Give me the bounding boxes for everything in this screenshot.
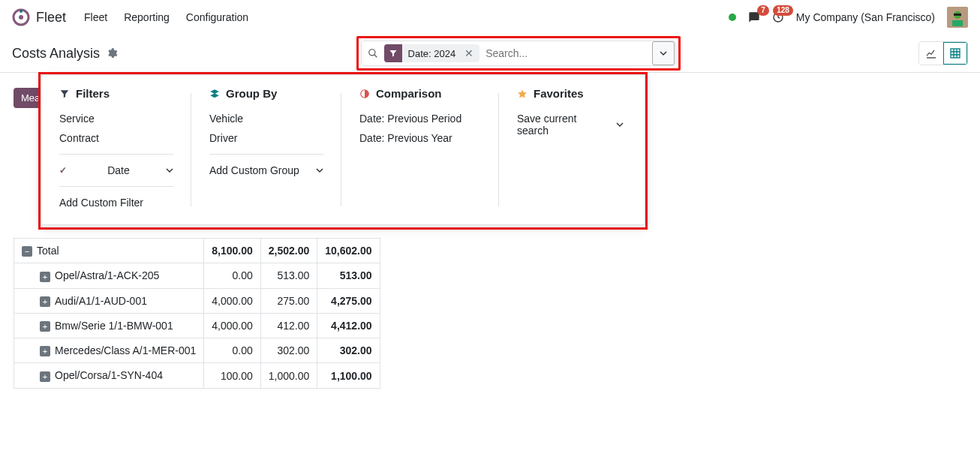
nav-fleet[interactable]: Fleet — [84, 11, 107, 23]
row-label: Opel/Corsa/1-SYN-404 — [55, 369, 163, 381]
comparison-heading: Comparison — [359, 87, 481, 100]
table-row[interactable]: +Opel/Astra/1-ACK-2050.00513.00513.00 — [14, 263, 380, 288]
save-current-search[interactable]: Save current search — [517, 109, 624, 140]
value-cell[interactable]: 412.00 — [260, 313, 317, 338]
search-bar[interactable]: Date: 2024 ✕ — [361, 41, 676, 66]
row-label: Mercedes/Class A/1-MER-001 — [55, 344, 196, 356]
value-cell[interactable]: 4,000.00 — [204, 313, 261, 338]
messages-badge: 7 — [757, 5, 769, 16]
table-row[interactable]: +Audi/A1/1-AUD-0014,000.00275.004,275.00 — [14, 288, 380, 313]
status-dot-icon[interactable] — [729, 14, 736, 21]
table-row[interactable]: +Opel/Corsa/1-SYN-404100.001,000.001,100… — [14, 363, 380, 388]
messages-button[interactable]: 7 — [748, 11, 760, 23]
expand-icon[interactable]: + — [40, 371, 50, 382]
expand-icon[interactable]: + — [40, 346, 50, 356]
filter-chip-date[interactable]: Date: 2024 ✕ — [384, 44, 480, 62]
value-cell[interactable]: 0.00 — [204, 338, 261, 363]
filter-chip-remove[interactable]: ✕ — [461, 47, 476, 59]
value-cell[interactable]: 1,100.00 — [317, 363, 380, 388]
view-graph-button[interactable] — [919, 42, 943, 65]
svg-point-1 — [19, 15, 23, 20]
value-cell[interactable]: 0.00 — [204, 263, 261, 288]
nav-reporting[interactable]: Reporting — [124, 11, 170, 23]
row-label-cell[interactable]: +Opel/Corsa/1-SYN-404 — [14, 363, 204, 388]
value-cell[interactable]: 513.00 — [260, 263, 317, 288]
row-label-cell[interactable]: +Bmw/Serie 1/1-BMW-001 — [14, 313, 204, 338]
expand-icon[interactable]: + — [40, 296, 50, 307]
filter-contract[interactable]: Contract — [59, 128, 173, 148]
svg-rect-7 — [954, 14, 961, 16]
chevron-down-icon — [316, 167, 323, 174]
search-options-toggle[interactable] — [652, 41, 675, 65]
filter-service[interactable]: Service — [59, 109, 173, 128]
avatar-icon — [947, 7, 968, 28]
value-cell[interactable]: 2,502.00 — [260, 239, 317, 263]
value-cell[interactable]: 513.00 — [317, 263, 380, 288]
value-cell[interactable]: 100.00 — [204, 363, 261, 388]
svg-rect-10 — [951, 49, 960, 58]
svg-point-8 — [368, 50, 374, 56]
chevron-down-icon — [660, 50, 667, 57]
value-cell[interactable]: 10,602.00 — [317, 239, 380, 263]
groupby-driver[interactable]: Driver — [209, 128, 323, 148]
value-cell[interactable]: 4,000.00 — [204, 288, 261, 313]
row-label-cell[interactable]: +Audi/A1/1-AUD-001 — [14, 288, 204, 313]
value-cell[interactable]: 1,000.00 — [260, 363, 317, 388]
row-label-cell[interactable]: +Mercedes/Class A/1-MER-001 — [14, 338, 204, 363]
app-name[interactable]: Fleet — [36, 10, 66, 26]
row-label: Total — [37, 245, 59, 257]
filters-heading: Filters — [59, 87, 173, 100]
pivot-icon — [949, 47, 961, 59]
activities-button[interactable]: 128 — [772, 11, 784, 23]
add-custom-group[interactable]: Add Custom Group — [209, 161, 323, 180]
svg-point-2 — [20, 10, 23, 13]
svg-rect-6 — [952, 20, 963, 26]
value-cell[interactable]: 4,275.00 — [317, 288, 380, 313]
groupby-heading: Group By — [209, 87, 323, 100]
row-label: Audi/A1/1-AUD-001 — [55, 295, 147, 307]
groupby-vehicle[interactable]: Vehicle — [209, 109, 323, 128]
chevron-down-icon — [166, 167, 173, 174]
chart-icon — [925, 47, 937, 59]
value-cell[interactable]: 4,412.00 — [317, 313, 380, 338]
control-bar: Costs Analysis Date: 2024 ✕ — [0, 35, 980, 72]
expand-icon[interactable]: + — [40, 272, 50, 282]
page-title: Costs Analysis — [12, 46, 100, 62]
add-custom-filter[interactable]: Add Custom Filter — [59, 193, 173, 212]
collapse-icon[interactable]: − — [22, 246, 32, 257]
expand-icon[interactable]: + — [40, 321, 50, 332]
row-label-cell[interactable]: −Total — [14, 239, 204, 263]
search-input[interactable] — [479, 47, 651, 59]
funnel-icon — [384, 44, 402, 62]
filter-chip-label: Date: 2024 — [402, 48, 462, 59]
gear-icon[interactable] — [106, 47, 118, 59]
topbar: Fleet Fleet Reporting Configuration 7 12… — [0, 0, 980, 35]
view-pivot-button[interactable] — [943, 42, 967, 65]
value-cell[interactable]: 302.00 — [317, 338, 380, 363]
half-circle-icon — [359, 89, 370, 99]
avatar[interactable] — [947, 7, 968, 28]
table-row[interactable]: +Mercedes/Class A/1-MER-0010.00302.00302… — [14, 338, 380, 363]
svg-line-9 — [374, 55, 377, 58]
search-options-panel: Filters Service Contract Date Add Custom… — [41, 74, 645, 225]
value-cell[interactable]: 275.00 — [260, 288, 317, 313]
favorites-heading: Favorites — [517, 87, 624, 100]
row-label: Opel/Astra/1-ACK-205 — [55, 269, 159, 281]
layers-icon — [209, 89, 220, 99]
comparison-prev-period[interactable]: Date: Previous Period — [359, 109, 481, 128]
comparison-prev-year[interactable]: Date: Previous Year — [359, 128, 481, 148]
company-selector[interactable]: My Company (San Francisco) — [796, 11, 935, 23]
row-label-cell[interactable]: +Opel/Astra/1-ACK-205 — [14, 263, 204, 288]
search-icon — [362, 48, 384, 59]
funnel-icon — [59, 89, 70, 99]
pivot-table: −Total8,100.002,502.0010,602.00+Opel/Ast… — [14, 238, 380, 389]
view-switcher — [918, 41, 968, 65]
activities-badge: 128 — [773, 5, 793, 16]
filter-date[interactable]: Date — [59, 161, 173, 180]
table-total-row[interactable]: −Total8,100.002,502.0010,602.00 — [14, 239, 380, 263]
value-cell[interactable]: 8,100.00 — [204, 239, 261, 263]
nav-configuration[interactable]: Configuration — [186, 11, 248, 23]
value-cell[interactable]: 302.00 — [260, 338, 317, 363]
table-row[interactable]: +Bmw/Serie 1/1-BMW-0014,000.00412.004,41… — [14, 313, 380, 338]
app-logo-icon — [12, 8, 30, 26]
